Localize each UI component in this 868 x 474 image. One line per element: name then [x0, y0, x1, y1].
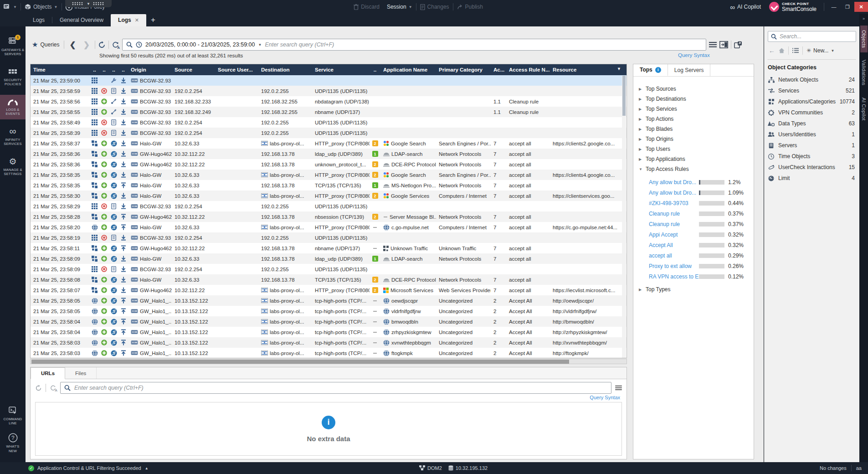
log-row[interactable]: 21 Mar 25, 23:58:30SHalo-GW10.32.6.33lab… — [31, 191, 627, 201]
details-tab-files[interactable]: Files — [65, 367, 97, 379]
log-row[interactable]: 21 Mar 25, 23:58:28SGW-Hugo46210.32.112.… — [31, 211, 627, 222]
list-view-icon[interactable] — [792, 48, 799, 53]
doc-tab-logs[interactable]: Logs — [26, 14, 52, 26]
access-rule-link[interactable]: accept all — [649, 252, 699, 259]
log-row[interactable]: 21 Mar 25, 23:58:20SHalo-GW10.32.6.33lab… — [31, 222, 627, 232]
object-category-network-objects[interactable]: Network Objects24 — [768, 74, 856, 85]
sidebar-item-manage-settings[interactable]: ⚙MANAGE &SETTINGS — [0, 154, 26, 180]
col-type-header[interactable]: .. — [109, 64, 118, 75]
col-service-header[interactable]: Service — [312, 64, 370, 75]
objects-menu-button[interactable]: Objects ▼ — [21, 0, 62, 14]
log-row[interactable]: 21 Mar 25, 23:58:09SHalo-GW10.32.6.33192… — [31, 253, 627, 264]
log-row[interactable]: 21 Mar 25, 23:58:55BCGW-32.93192.168.32.… — [31, 107, 627, 117]
export-icon[interactable] — [734, 41, 742, 48]
col-direction-header[interactable]: .. — [118, 64, 128, 75]
ai-copilot-button[interactable]: ∞ AI Copilot — [726, 0, 765, 14]
view-options-icon[interactable] — [709, 41, 717, 48]
auto-refresh-button[interactable]: A — [112, 41, 119, 49]
details-search-input[interactable]: Enter search query (Ctrl+F) — [60, 382, 611, 394]
horizontal-scrollbar[interactable] — [30, 359, 627, 364]
log-row[interactable]: 21 Mar 25, 23:58:05SGW_Halo1_...10.13.15… — [31, 295, 627, 306]
side-tab-ai-copilot[interactable]: AI Copilot — [860, 93, 868, 125]
log-row[interactable]: 21 Mar 25, 23:58:37SHalo-GW10.32.6.33lab… — [31, 138, 627, 149]
log-row[interactable]: 21 Mar 25, 23:58:09BCGW-32.93192.0.2.254… — [31, 264, 627, 274]
sidebar-item-gateways-servers[interactable]: GATEWAYS &SERVERS1 — [0, 33, 26, 60]
tops-group-top-users[interactable]: ▶Top Users — [639, 144, 754, 154]
object-category-servers[interactable]: Servers1 — [768, 140, 856, 151]
log-row[interactable]: 21 Mar 25, 23:58:39BCGW-32.93192.0.2.254… — [31, 128, 627, 138]
back-arrow-icon[interactable]: ← — [769, 47, 775, 54]
new-tab-button[interactable]: + — [146, 15, 160, 26]
col-source-user-header[interactable]: Source User... — [215, 64, 258, 75]
log-row[interactable]: 21 Mar 25, 23:58:04SGW_Halo1_...10.13.15… — [31, 316, 627, 327]
tops-tab-log-servers[interactable]: Log Servers — [668, 64, 711, 76]
sidebar-item-command-line[interactable]: COMMANDLINE — [0, 402, 26, 429]
log-row[interactable]: 21 Mar 25, 23:58:19BCGW-32.93192.0.2.254… — [31, 232, 627, 243]
home-icon[interactable] — [779, 48, 785, 53]
tops-group-top-origins[interactable]: ▶Top Origins — [639, 134, 754, 144]
object-category-time-objects[interactable]: Time Objects3 — [768, 151, 856, 162]
log-row[interactable]: 21 Mar 25, 23:58:08SHalo-GW10.32.6.33192… — [31, 274, 627, 285]
doc-tab-general-overview[interactable]: General Overview — [52, 14, 111, 26]
access-rule-link[interactable]: Any allow but Dro... — [649, 190, 699, 196]
minimize-button[interactable]: — — [827, 2, 841, 12]
col-access-header[interactable]: Ac... — [491, 64, 506, 75]
refresh-icon[interactable] — [35, 385, 42, 392]
changes-button[interactable]: Changes — [416, 0, 453, 14]
task-status-text[interactable]: Application Control & URL Filtering Succ… — [37, 465, 141, 471]
log-row[interactable]: 21 Mar 25, 23:58:03SGW_Halo1_...10.13.15… — [31, 337, 627, 348]
log-row[interactable]: 21 Mar 25, 23:59:00BCGW-32.93 — [31, 75, 627, 86]
tops-group-top-actions[interactable]: ▶Top Actions — [639, 114, 754, 124]
access-rule-link[interactable]: Proxy to ext allow — [649, 263, 699, 269]
forward-button[interactable]: ❯ — [81, 40, 92, 50]
back-button[interactable]: ❮ — [67, 40, 78, 50]
auto-refresh-icon[interactable]: A — [50, 385, 56, 392]
col-blade-header[interactable]: .. — [90, 64, 99, 75]
object-category-applications-categories[interactable]: Applications/Categories10774 — [768, 96, 856, 107]
tops-group-top-applications[interactable]: ▶Top Applications — [639, 154, 754, 164]
log-row[interactable]: 21 Mar 25, 23:58:49BCGW-32.93192.0.2.254… — [31, 117, 627, 128]
col-access-rule-header[interactable]: Access Rule N... — [506, 64, 550, 75]
object-category-services[interactable]: Services521 — [768, 85, 856, 96]
collapse-up-icon[interactable]: ▲ — [145, 466, 149, 470]
tops-group-top-destinations[interactable]: ▶Top Destinations — [639, 94, 754, 104]
collapse-icon[interactable]: » — [863, 16, 865, 21]
tops-group-top-types[interactable]: ▶Top Types — [639, 284, 754, 294]
col-risk-header[interactable]: .. — [370, 64, 380, 75]
access-rule-link[interactable]: RA VPN access to E... — [649, 273, 699, 280]
col-origin-header[interactable]: Origin — [128, 64, 172, 75]
sidebar-item-security-policies[interactable]: SECURITY POLICIES — [0, 65, 26, 90]
doc-tab-logs[interactable]: Logs✕ — [111, 14, 146, 26]
log-row[interactable]: 21 Mar 25, 23:58:07SGW-Hugo46210.32.112.… — [31, 285, 627, 295]
access-rule-link[interactable]: Cleanup rule — [649, 221, 699, 227]
object-category-users-identities[interactable]: Users/Identities1 — [768, 129, 856, 140]
log-row[interactable]: 21 Mar 25, 23:58:56BCGW-32.93192.168.32.… — [31, 96, 627, 107]
log-search-input[interactable]: 20/03/2025, 0:00:00 - 21/03/2025, 23:59:… — [122, 39, 706, 51]
log-row[interactable]: 21 Mar 25, 23:58:35SHalo-GW10.32.6.33lab… — [31, 170, 627, 180]
col-action-header[interactable]: .. — [99, 64, 109, 75]
side-tab-objects[interactable]: Objects — [860, 26, 868, 52]
log-row[interactable]: 21 Mar 25, 23:58:29BCGW-32.93192.0.2.254… — [31, 201, 627, 211]
close-tab-icon[interactable]: ✕ — [135, 17, 139, 23]
toggle-panel-icon[interactable] — [719, 41, 728, 48]
main-menu-button[interactable]: ▼ — [0, 0, 21, 14]
col-source-header[interactable]: Source — [172, 64, 215, 75]
refresh-button[interactable] — [98, 41, 106, 49]
close-button[interactable]: ✕ — [854, 2, 868, 12]
access-rule-link[interactable]: Cleanup rule — [649, 211, 699, 217]
discard-button[interactable]: Discard — [350, 0, 383, 14]
tops-group-top-access-rules[interactable]: ▼Top Access Rules — [639, 164, 754, 174]
details-tab-urls[interactable]: URLs — [31, 367, 65, 379]
col-time-header[interactable]: Time — [31, 64, 90, 75]
changes-status[interactable]: No changes — [820, 465, 847, 471]
access-rule-link[interactable]: Any allow but Dro... — [649, 179, 699, 185]
access-rule-link[interactable]: Appi Accept — [649, 232, 699, 238]
access-rule-link[interactable]: #ZKI-498-39703 — [649, 200, 699, 206]
log-row[interactable]: 21 Mar 25, 23:58:11SGW-Hugo46210.32.112.… — [31, 243, 627, 253]
col-application-name-header[interactable]: Application Name — [380, 64, 436, 75]
vertical-scrollbar[interactable] — [622, 76, 626, 358]
sidebar-item-logs-events[interactable]: LOGS &EVENTS — [0, 95, 26, 120]
object-category-usercheck-interactions[interactable]: UserCheck Interactions15 — [768, 162, 856, 173]
log-row[interactable]: 21 Mar 25, 23:58:04SGW_Halo1_...10.13.15… — [31, 327, 627, 337]
query-syntax-link[interactable]: Query Syntax — [590, 395, 620, 400]
